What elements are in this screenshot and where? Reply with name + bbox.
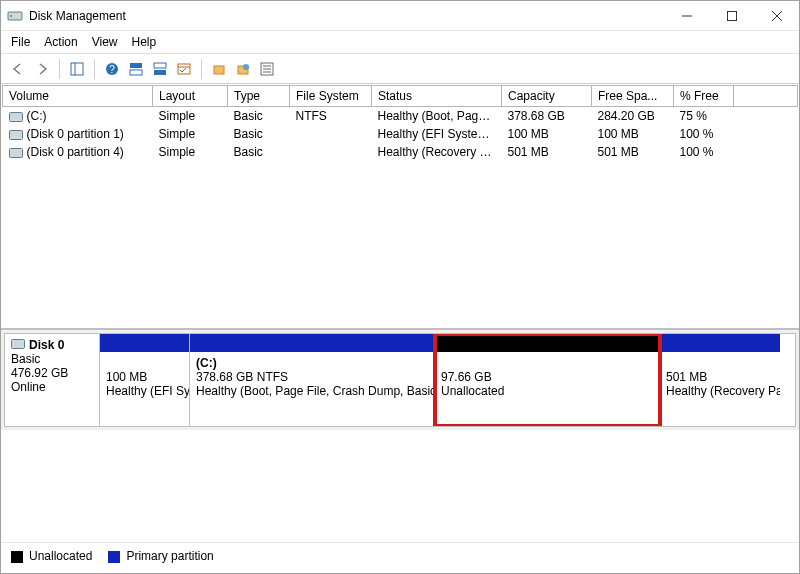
menu-view[interactable]: View bbox=[92, 35, 118, 49]
cell-status: Healthy (EFI System ... bbox=[372, 125, 502, 143]
back-button[interactable] bbox=[7, 58, 29, 80]
disk-type: Basic bbox=[11, 352, 93, 366]
svg-rect-14 bbox=[178, 64, 190, 74]
partition-body: 100 MBHealthy (EFI Sy bbox=[100, 352, 189, 426]
table-row[interactable]: (C:)SimpleBasicNTFSHealthy (Boot, Page .… bbox=[3, 107, 798, 126]
help-button[interactable]: ? bbox=[101, 58, 123, 80]
view-bottom-button[interactable] bbox=[149, 58, 171, 80]
cell-capacity: 100 MB bbox=[502, 125, 592, 143]
svg-point-17 bbox=[243, 64, 249, 70]
cell-pfree: 75 % bbox=[674, 107, 734, 126]
partition[interactable]: 100 MBHealthy (EFI Sy bbox=[100, 334, 190, 426]
cell-free: 100 MB bbox=[592, 125, 674, 143]
partition[interactable]: 501 MBHealthy (Recovery Pa bbox=[660, 334, 780, 426]
menu-help[interactable]: Help bbox=[132, 35, 157, 49]
partition-status: Unallocated bbox=[441, 384, 653, 398]
volume-name: (Disk 0 partition 1) bbox=[27, 127, 124, 141]
svg-rect-15 bbox=[214, 66, 224, 74]
col-layout[interactable]: Layout bbox=[153, 86, 228, 107]
svg-text:?: ? bbox=[109, 64, 115, 75]
svg-rect-11 bbox=[130, 70, 142, 75]
forward-button[interactable] bbox=[31, 58, 53, 80]
cell-fs bbox=[290, 143, 372, 161]
volume-table[interactable]: Volume Layout Type File System Status Ca… bbox=[2, 85, 798, 161]
minimize-button[interactable] bbox=[664, 1, 709, 30]
svg-point-1 bbox=[10, 15, 12, 17]
disk-graphical-pane: Disk 0 Basic 476.92 GB Online 100 MBHeal… bbox=[1, 329, 799, 430]
toolbar: ? bbox=[1, 54, 799, 84]
view-top-button[interactable] bbox=[125, 58, 147, 80]
col-type[interactable]: Type bbox=[228, 86, 290, 107]
svg-rect-6 bbox=[71, 63, 83, 75]
partition-bar bbox=[190, 334, 434, 352]
volume-table-header[interactable]: Volume Layout Type File System Status Ca… bbox=[3, 86, 798, 107]
col-spacer bbox=[734, 86, 798, 107]
cell-free: 501 MB bbox=[592, 143, 674, 161]
col-free[interactable]: Free Spa... bbox=[592, 86, 674, 107]
partition-body: (C:)378.68 GB NTFSHealthy (Boot, Page Fi… bbox=[190, 352, 434, 426]
col-volume[interactable]: Volume bbox=[3, 86, 153, 107]
cell-pfree: 100 % bbox=[674, 143, 734, 161]
cell-layout: Simple bbox=[153, 125, 228, 143]
menu-action[interactable]: Action bbox=[44, 35, 77, 49]
maximize-button[interactable] bbox=[709, 1, 754, 30]
partition[interactable]: (C:)378.68 GB NTFSHealthy (Boot, Page Fi… bbox=[190, 334, 435, 426]
partition[interactable]: 97.66 GBUnallocated bbox=[435, 334, 660, 426]
col-capacity[interactable]: Capacity bbox=[502, 86, 592, 107]
volume-name: (C:) bbox=[27, 109, 47, 123]
svg-rect-25 bbox=[12, 340, 25, 349]
disk-state: Online bbox=[11, 380, 93, 394]
disk-row[interactable]: Disk 0 Basic 476.92 GB Online 100 MBHeal… bbox=[4, 333, 796, 427]
partition-bar bbox=[100, 334, 189, 352]
cell-type: Basic bbox=[228, 125, 290, 143]
partition-size: 97.66 GB bbox=[441, 370, 653, 384]
partition-status: Healthy (EFI Sy bbox=[106, 384, 183, 398]
svg-rect-13 bbox=[154, 70, 166, 75]
col-status[interactable]: Status bbox=[372, 86, 502, 107]
partition-bar bbox=[660, 334, 780, 352]
partition-body: 97.66 GBUnallocated bbox=[435, 352, 659, 426]
properties-button[interactable] bbox=[256, 58, 278, 80]
cell-type: Basic bbox=[228, 143, 290, 161]
partition-status: Healthy (Recovery Pa bbox=[666, 384, 774, 398]
disk-name: Disk 0 bbox=[29, 338, 64, 352]
action-button-1[interactable] bbox=[208, 58, 230, 80]
drive-icon bbox=[9, 130, 23, 140]
disk-label[interactable]: Disk 0 Basic 476.92 GB Online bbox=[5, 334, 100, 426]
partition-size: 378.68 GB NTFS bbox=[196, 370, 428, 384]
cell-pfree: 100 % bbox=[674, 125, 734, 143]
legend: Unallocated Primary partition bbox=[1, 542, 799, 573]
partition-bar bbox=[435, 334, 659, 352]
swatch-blue-icon bbox=[108, 551, 120, 563]
svg-rect-23 bbox=[9, 130, 22, 139]
col-pfree[interactable]: % Free bbox=[674, 86, 734, 107]
menu-file[interactable]: File bbox=[11, 35, 30, 49]
window-title: Disk Management bbox=[29, 9, 664, 23]
toolbar-separator bbox=[94, 59, 95, 79]
volume-list-pane: Volume Layout Type File System Status Ca… bbox=[1, 84, 799, 329]
volume-name: (Disk 0 partition 4) bbox=[27, 145, 124, 159]
table-row[interactable]: (Disk 0 partition 4)SimpleBasicHealthy (… bbox=[3, 143, 798, 161]
disk-icon bbox=[11, 338, 25, 352]
settings-button[interactable] bbox=[173, 58, 195, 80]
legend-primary: Primary partition bbox=[108, 549, 213, 563]
close-button[interactable] bbox=[754, 1, 799, 30]
col-fs[interactable]: File System bbox=[290, 86, 372, 107]
menu-bar: File Action View Help bbox=[1, 31, 799, 54]
cell-fs: NTFS bbox=[290, 107, 372, 126]
title-bar: Disk Management bbox=[1, 1, 799, 31]
show-hide-console-tree-button[interactable] bbox=[66, 58, 88, 80]
partition-title: (C:) bbox=[196, 356, 428, 370]
partition-size: 501 MB bbox=[666, 370, 774, 384]
table-row[interactable]: (Disk 0 partition 1)SimpleBasicHealthy (… bbox=[3, 125, 798, 143]
svg-rect-10 bbox=[130, 63, 142, 68]
legend-unallocated: Unallocated bbox=[11, 549, 92, 563]
window-controls bbox=[664, 1, 799, 30]
svg-rect-24 bbox=[9, 148, 22, 157]
cell-layout: Simple bbox=[153, 107, 228, 126]
partition-size: 100 MB bbox=[106, 370, 183, 384]
partition-body: 501 MBHealthy (Recovery Pa bbox=[660, 352, 780, 426]
cell-status: Healthy (Boot, Page ... bbox=[372, 107, 502, 126]
action-button-2[interactable] bbox=[232, 58, 254, 80]
drive-icon bbox=[9, 148, 23, 158]
